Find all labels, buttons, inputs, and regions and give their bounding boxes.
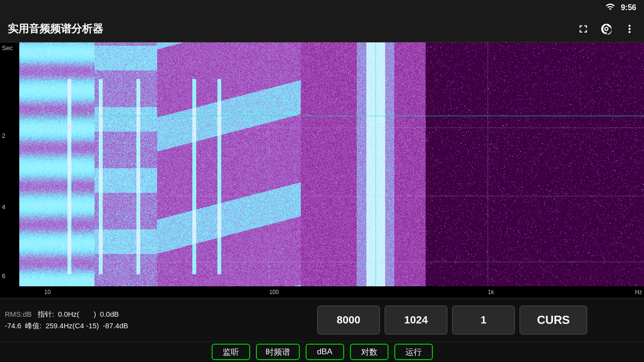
curs-button[interactable]: CURS (520, 306, 587, 335)
bottom-bar: 监听 时频谱 dBA 对数 运行 (0, 341, 644, 362)
rms-value: -74.6 (5, 320, 21, 332)
status-bar: 9:56 (0, 0, 644, 15)
y-label-6: 6 (2, 272, 5, 280)
spectrogram-button[interactable]: 时频谱 (256, 344, 300, 360)
peak-label: 峰值: (25, 320, 41, 332)
x-axis: 10 100 1k Hz (19, 286, 644, 298)
peak-freq: 259.4Hz(C4 -15) (45, 320, 99, 332)
info-left: RMS:dB 指针: 0.0Hz( ) 0.0dB -74.6 峰值: 259.… (0, 298, 260, 341)
app-title: 实用音频频谱分析器 (8, 22, 577, 36)
info-bar: RMS:dB 指针: 0.0Hz( ) 0.0dB -74.6 峰值: 259.… (0, 298, 644, 341)
spectrogram-canvas[interactable] (19, 42, 644, 286)
x-label-hz: Hz (635, 289, 642, 295)
pointer-freq: 0.0Hz( ) (58, 308, 96, 320)
pointer-label: 指针: (38, 308, 54, 320)
sample-rate-button[interactable]: 8000 (317, 306, 380, 335)
rms-row: RMS:dB 指针: 0.0Hz( ) 0.0dB (5, 308, 255, 320)
dba-button[interactable]: dBA (306, 344, 344, 360)
y-axis-label: Sec (2, 44, 13, 52)
listen-button[interactable]: 监听 (212, 344, 250, 360)
rms-label: RMS:dB (5, 308, 34, 320)
run-button[interactable]: 运行 (394, 344, 433, 360)
log-button[interactable]: 对数 (350, 344, 389, 360)
fullscreen-button[interactable] (577, 22, 590, 36)
target-button[interactable] (600, 22, 613, 36)
more-vert-button[interactable] (623, 22, 636, 36)
zoom-button[interactable]: 1 (452, 306, 515, 335)
x-label-10: 10 (44, 289, 51, 295)
y-label-4: 4 (2, 203, 5, 211)
v-cursor-line (376, 42, 376, 286)
peak-row: -74.6 峰值: 259.4Hz(C4 -15) -87.4dB (5, 320, 255, 332)
spectrogram-container[interactable]: Sec 2 4 6 10 100 1k Hz (0, 42, 644, 298)
app-bar-icons (577, 22, 636, 36)
pointer-db: 0.0dB (100, 308, 119, 320)
h-cursor-line (19, 116, 644, 116)
app-bar: 实用音频频谱分析器 (0, 15, 644, 42)
info-buttons: 8000 1024 1 CURS (260, 298, 644, 341)
fft-size-button[interactable]: 1024 (385, 306, 447, 335)
x-label-1k: 1k (488, 289, 494, 295)
wifi-icon (605, 2, 615, 13)
x-label-100: 100 (269, 289, 279, 295)
status-time: 9:56 (621, 3, 636, 12)
y-label-2: 2 (2, 132, 5, 139)
peak-db: -87.4dB (103, 320, 128, 332)
